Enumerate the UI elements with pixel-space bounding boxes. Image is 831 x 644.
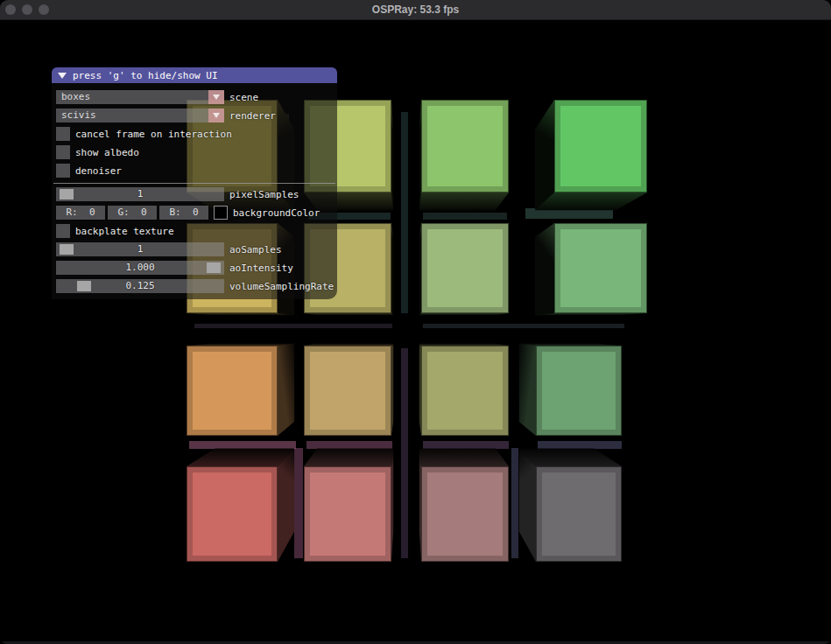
chevron-down-icon: [213, 113, 220, 118]
window-controls: [5, 4, 49, 15]
show-albedo-checkbox[interactable]: [56, 145, 70, 159]
pixel-samples-label: pixelSamples: [229, 189, 299, 200]
ao-samples-row: 1 aoSamples: [56, 242, 337, 256]
backplate-texture-checkbox[interactable]: [56, 224, 70, 238]
background-color-label: backgroundColor: [233, 207, 320, 219]
collapse-arrow-icon[interactable]: [58, 73, 67, 79]
denoiser-label: denoiser: [75, 165, 122, 177]
chevron-down-icon: [213, 94, 220, 100]
ao-intensity-slider[interactable]: 1.000: [56, 261, 224, 275]
scene-combo-label: scene: [229, 92, 258, 103]
ao-samples-label: aoSamples: [229, 244, 282, 256]
zoom-button[interactable]: [39, 4, 49, 15]
ao-intensity-value: 1.000: [56, 261, 224, 275]
ao-samples-slider[interactable]: 1: [56, 242, 224, 256]
volume-sampling-rate-slider[interactable]: 0.125: [56, 279, 224, 293]
ao-intensity-row: 1.000 aoIntensity: [56, 261, 337, 275]
app-window: press 'g' to hide/show UI boxes scene sc…: [0, 0, 831, 644]
ao-samples-value: 1: [56, 242, 224, 256]
panel-titlebar[interactable]: press 'g' to hide/show UI: [52, 67, 337, 83]
scene-combo-row: boxes scene: [56, 90, 337, 104]
denoiser-checkbox[interactable]: [56, 164, 70, 178]
cancel-frame-label: cancel frame on interaction: [75, 129, 232, 140]
window-title: OSPRay: 53.3 fps: [0, 4, 831, 16]
background-red-field[interactable]: R: 0: [56, 206, 105, 220]
macos-titlebar[interactable]: OSPRay: 53.3 fps: [0, 0, 831, 20]
panel-title: press 'g' to hide/show UI: [73, 70, 218, 81]
renderer-combo[interactable]: scivis: [56, 108, 224, 122]
renderer-combo-label: renderer: [229, 110, 276, 122]
ao-intensity-label: aoIntensity: [229, 262, 293, 274]
panel-body: boxes scene scivis renderer: [52, 83, 337, 299]
green-value: G: 0: [117, 206, 146, 218]
background-color-row: R: 0 G: 0 B: 0 backgroundColor: [56, 206, 337, 220]
scene-combo-value: boxes: [56, 90, 208, 104]
background-green-field[interactable]: G: 0: [108, 206, 157, 220]
pixel-samples-row: 1 pixelSamples: [56, 187, 337, 201]
show-albedo-label: show albedo: [75, 147, 139, 158]
minimize-button[interactable]: [22, 4, 32, 15]
backplate-texture-row: backplate texture: [56, 224, 337, 238]
pixel-samples-value: 1: [56, 187, 224, 201]
imgui-panel: press 'g' to hide/show UI boxes scene sc…: [52, 67, 337, 299]
scene-combo[interactable]: boxes: [56, 90, 224, 104]
volume-sampling-rate-row: 0.125 volumeSamplingRate: [56, 279, 337, 293]
close-button[interactable]: [5, 4, 16, 15]
scene-combo-arrow-button[interactable]: [208, 90, 224, 104]
renderer-combo-row: scivis renderer: [56, 108, 337, 122]
background-blue-field[interactable]: B: 0: [159, 206, 208, 220]
volume-sampling-rate-label: volumeSamplingRate: [229, 281, 334, 292]
cancel-frame-checkbox[interactable]: [56, 127, 70, 141]
separator: [53, 183, 335, 184]
background-color-swatch[interactable]: [214, 206, 228, 220]
volume-sampling-rate-value: 0.125: [56, 279, 224, 293]
red-value: R: 0: [66, 206, 95, 218]
cancel-frame-row: cancel frame on interaction: [56, 127, 337, 141]
renderer-combo-arrow-button[interactable]: [208, 108, 224, 122]
pixel-samples-slider[interactable]: 1: [56, 187, 224, 201]
backplate-texture-label: backplate texture: [75, 226, 174, 237]
show-albedo-row: show albedo: [56, 145, 337, 159]
renderer-combo-value: scivis: [56, 108, 208, 122]
denoiser-row: denoiser: [56, 164, 337, 178]
blue-value: B: 0: [169, 206, 198, 218]
render-viewport[interactable]: press 'g' to hide/show UI boxes scene sc…: [0, 0, 831, 644]
